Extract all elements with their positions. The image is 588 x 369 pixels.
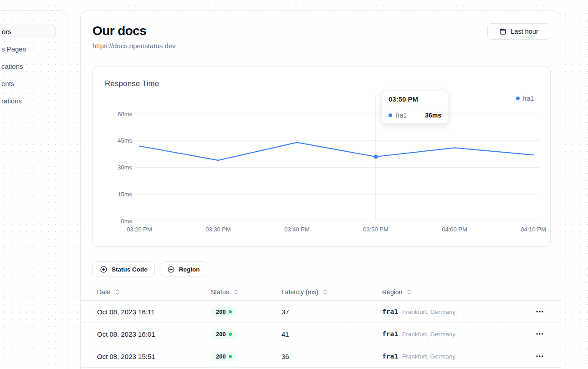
row-date: Oct 08, 2023 16:11 <box>97 308 211 316</box>
status-code: 200 <box>216 353 226 360</box>
column-header-date[interactable]: Date <box>97 288 120 296</box>
tooltip-time: 03:50 PM <box>382 91 448 107</box>
svg-text:03:30 PM: 03:30 PM <box>205 226 231 233</box>
time-range-button[interactable]: Last hour <box>487 23 550 40</box>
sort-icon <box>407 289 411 295</box>
sort-icon <box>115 289 120 295</box>
plus-circle-icon <box>167 266 175 273</box>
ellipsis-icon <box>536 333 543 335</box>
region-code: fra1 <box>382 353 398 360</box>
region-code: fra1 <box>382 330 398 338</box>
tooltip-series-value: 36ms <box>425 112 441 119</box>
sidebar-item[interactable]: ents <box>0 77 67 90</box>
filter-button-region[interactable]: Region <box>160 261 207 277</box>
sort-icon <box>234 289 238 295</box>
tooltip-series-label: fra1 <box>396 112 407 119</box>
sidebar-nav: orss Pagescationsentsrations <box>0 10 67 369</box>
dashboard-page: orss Pagescationsentsrations Our docs ht… <box>0 0 588 369</box>
status-badge: 200 <box>211 352 236 361</box>
svg-text:03:20 PM: 03:20 PM <box>127 226 152 233</box>
status-code: 200 <box>216 331 226 338</box>
row-menu-button[interactable] <box>534 351 545 362</box>
filter-bar: Status CodeRegion <box>92 261 207 277</box>
region-name: Frankfurt, Germany <box>402 353 455 360</box>
region-code: fra1 <box>382 308 398 315</box>
tooltip-series-dot <box>389 113 392 117</box>
row-date: Oct 08, 2023 16:01 <box>97 330 211 338</box>
sidebar-item[interactable]: rations <box>0 94 67 108</box>
legend-item-fra1[interactable]: fra1 <box>516 95 534 102</box>
monitor-url: https://docs.openstatus.dev <box>92 42 176 50</box>
monitor-detail-card: Our docs https://docs.openstatus.dev Las… <box>80 10 561 369</box>
svg-text:30ms: 30ms <box>118 164 132 171</box>
svg-text:04:00 PM: 04:00 PM <box>442 226 467 233</box>
svg-text:04:10 PM: 04:10 PM <box>521 226 546 233</box>
svg-text:60ms: 60ms <box>118 111 132 118</box>
table-body: Oct 08, 2023 16:11 200 37 fra1 Frankfurt… <box>81 301 561 368</box>
page-title: Our docs <box>92 24 146 38</box>
legend-label: fra1 <box>523 95 534 102</box>
sidebar-item[interactable]: s Pages <box>0 42 67 56</box>
time-range-label: Last hour <box>511 28 538 35</box>
sidebar-item[interactable]: cations <box>0 59 67 73</box>
status-badge: 200 <box>211 307 236 317</box>
table-header-row: DateStatusLatency (ms)Region <box>81 283 561 301</box>
ellipsis-icon <box>536 355 543 357</box>
row-latency: 36 <box>281 353 382 360</box>
svg-text:0ms: 0ms <box>121 218 132 225</box>
table-row[interactable]: Oct 08, 2023 15:51 200 36 fra1 Frankfurt… <box>81 345 561 368</box>
region-name: Frankfurt, Germany <box>402 331 455 338</box>
column-header-status[interactable]: Status <box>211 288 238 296</box>
region-name: Frankfurt, Germany <box>402 308 455 315</box>
table-row[interactable]: Oct 08, 2023 16:01 200 41 fra1 Frankfurt… <box>81 323 561 345</box>
table-row[interactable]: Oct 08, 2023 16:11 200 37 fra1 Frankfurt… <box>81 301 561 323</box>
status-code: 200 <box>216 308 226 315</box>
legend-dot <box>516 97 520 100</box>
chart-tooltip: 03:50 PM fra1 36ms <box>382 91 448 124</box>
filter-button-status-code[interactable]: Status Code <box>92 261 155 277</box>
row-latency: 37 <box>281 308 382 316</box>
svg-text:03:40 PM: 03:40 PM <box>284 226 310 233</box>
status-dot <box>229 333 232 336</box>
status-dot <box>229 355 232 358</box>
response-time-card: Response Time 0ms15ms30ms45ms60ms03:20 P… <box>92 67 551 247</box>
plus-circle-icon <box>100 266 107 273</box>
status-dot <box>229 310 232 313</box>
svg-text:03:50 PM: 03:50 PM <box>363 226 389 233</box>
sort-icon <box>323 289 327 295</box>
row-date: Oct 08, 2023 15:51 <box>97 353 211 360</box>
row-latency: 41 <box>281 330 382 338</box>
pings-table: DateStatusLatency (ms)Region Oct 08, 202… <box>81 283 561 368</box>
calendar-icon <box>499 28 506 35</box>
ellipsis-icon <box>536 311 543 313</box>
response-time-chart[interactable]: 0ms15ms30ms45ms60ms03:20 PM03:30 PM03:40… <box>93 67 551 247</box>
sidebar-item[interactable]: ors <box>0 25 56 38</box>
svg-text:45ms: 45ms <box>118 137 132 144</box>
column-header-region[interactable]: Region <box>382 288 411 296</box>
row-menu-button[interactable] <box>534 328 545 339</box>
tooltip-entry: fra1 36ms <box>382 107 448 123</box>
row-menu-button[interactable] <box>534 306 545 317</box>
status-badge: 200 <box>211 329 236 339</box>
column-header-latency-ms-[interactable]: Latency (ms) <box>281 288 327 296</box>
svg-text:15ms: 15ms <box>118 191 132 198</box>
